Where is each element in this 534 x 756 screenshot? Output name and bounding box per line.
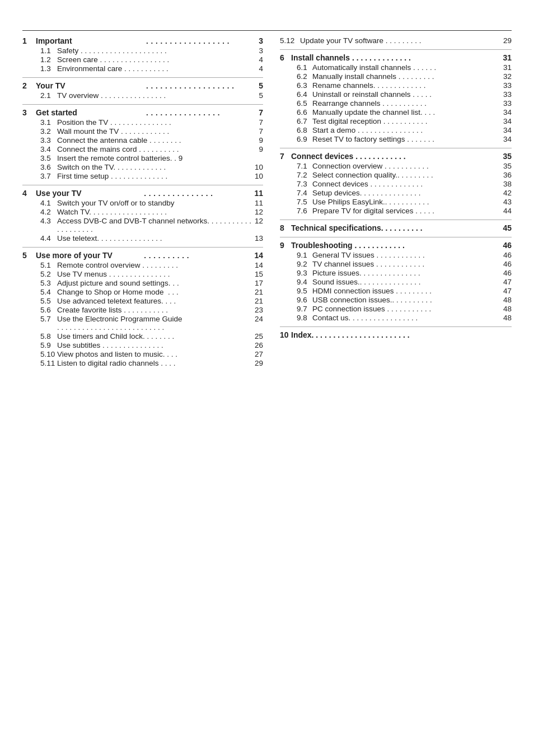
- sub-item-5.9: 5.9Use subtitles . . . . . . . . . . . .…: [22, 341, 263, 349]
- sub-page: 48: [503, 296, 512, 304]
- sub-number: 1.2: [40, 55, 57, 64]
- sub-item-5.4: 5.4Change to Shop or Home mode . . .21: [22, 288, 263, 296]
- sub-item-5.1: 5.1Remote control overview . . . . . . .…: [22, 261, 263, 269]
- sub-title: Listen to digital radio channels . . . .: [57, 359, 252, 367]
- sub-item-2.1: 2.1TV overview . . . . . . . . . . . . .…: [22, 91, 263, 100]
- right-section-header-9: 9Troubleshooting . . . . . . . . . . . .…: [280, 241, 512, 250]
- sub-title: Start a demo . . . . . . . . . . . . . .…: [312, 126, 501, 134]
- sub-number: 3.2: [40, 127, 57, 136]
- sub-number: 9.8: [297, 314, 312, 322]
- sub-title: Automatically install channels . . . . .…: [312, 63, 501, 72]
- sub-item-5.3: 5.3Adjust picture and sound settings. . …: [22, 279, 263, 287]
- sub-title: USB connection issues.. . . . . . . . . …: [312, 296, 501, 304]
- section-dots: . . . . . . . . . . . . . . . . . .: [146, 37, 253, 45]
- sub-item-5.11: 5.11Listen to digital radio channels . .…: [22, 359, 263, 367]
- right-section-6: 6Install channels . . . . . . . . . . . …: [280, 53, 512, 143]
- sub-number: 6.5: [297, 99, 312, 108]
- sub-page: 26: [255, 341, 263, 349]
- section-number: 3: [22, 108, 32, 117]
- sub-title: PC connection issues . . . . . . . . . .…: [312, 305, 501, 313]
- section-divider: [22, 77, 263, 78]
- sub-title: Use subtitles . . . . . . . . . . . . . …: [57, 341, 252, 349]
- section-number: 10: [280, 330, 291, 339]
- sub-number: 6.2: [297, 72, 312, 81]
- sub-number: 6.1: [297, 63, 312, 72]
- sub-title: Manually install channels . . . . . . . …: [312, 72, 501, 81]
- sub-item-5.6: 5.6Create favorite lists . . . . . . . .…: [22, 306, 263, 314]
- sub-title: First time setup . . . . . . . . . . . .…: [57, 172, 252, 180]
- sub-number: 5.1: [40, 261, 57, 269]
- sub-number: 3.3: [40, 136, 57, 144]
- sub-number: 1.3: [40, 64, 57, 73]
- sub-number: 5.9: [40, 341, 57, 349]
- sub-title: Create favorite lists . . . . . . . . . …: [57, 306, 252, 314]
- sub-title: Adjust picture and sound settings. . .: [57, 279, 252, 287]
- section-divider: [22, 185, 263, 185]
- sub-title: Safety . . . . . . . . . . . . . . . . .…: [57, 46, 256, 55]
- section-page: 14: [254, 251, 263, 260]
- sub-item-6.6: 6.6Manually update the channel list. . .…: [280, 108, 512, 116]
- sub-item-5.10: 5.10View photos and listen to music. . .…: [22, 350, 263, 358]
- sub-page: 4: [259, 64, 263, 73]
- sub-page: 46: [503, 269, 512, 277]
- sub-page: 7: [259, 118, 263, 127]
- sub-title: Use the Electronic Programme Guide . . .…: [57, 315, 252, 332]
- sub-title: Rename channels. . . . . . . . . . . . .: [312, 81, 501, 90]
- sub-item-3.6: 3.6Switch on the TV. . . . . . . . . . .…: [22, 163, 263, 171]
- section-page: 3: [259, 36, 263, 45]
- sub-number: 7.5: [297, 198, 312, 206]
- sub-item-6.4: 6.4Uninstall or reinstall channels . . .…: [280, 90, 512, 99]
- sub-item-7.6: 7.6Prepare TV for digital services . . .…: [280, 207, 512, 215]
- sub-item-9.5: 9.5HDMI connection issues . . . . . . . …: [280, 287, 512, 295]
- sub-title: Reset TV to factory settings . . . . . .…: [312, 135, 501, 143]
- sub-title: Select connection quality.. . . . . . . …: [312, 171, 501, 179]
- sub-page: 33: [503, 81, 512, 90]
- section-title: Get started: [36, 108, 143, 117]
- sub-number: 3.4: [40, 145, 57, 153]
- sub-number: 4.1: [40, 199, 57, 207]
- sub-page: 25: [255, 332, 263, 340]
- sub-page: 34: [503, 117, 512, 125]
- sub-page: 23: [255, 306, 263, 314]
- sub-number: 5.11: [40, 359, 57, 367]
- sub-title: Setup devices. . . . . . . . . . . . . .…: [312, 189, 501, 197]
- sub-item-9.7: 9.7PC connection issues . . . . . . . . …: [280, 305, 512, 313]
- sub-title: Screen care . . . . . . . . . . . . . . …: [57, 55, 256, 64]
- sub-item-9.6: 9.6USB connection issues.. . . . . . . .…: [280, 296, 512, 304]
- sub-title: Access DVB-C and DVB-T channel networks.…: [57, 217, 252, 234]
- section-page: 5: [259, 81, 263, 90]
- sub-number: 9.6: [297, 296, 312, 304]
- sub-page: 36: [503, 171, 512, 179]
- sub-item-7.2: 7.2Select connection quality.. . . . . .…: [280, 171, 512, 179]
- sub-page: 4: [259, 55, 263, 64]
- section-page: 46: [503, 241, 512, 250]
- sub-page: 9: [259, 136, 263, 144]
- sub-number: 5.5: [40, 297, 57, 305]
- sub-item-6.5: 6.5Rearrange channels . . . . . . . . . …: [280, 99, 512, 108]
- section-dots: . . . . . . . . . . . . . . .: [144, 189, 249, 198]
- sub-title: TV overview . . . . . . . . . . . . . . …: [57, 91, 256, 100]
- sub-number: 5.8: [40, 332, 57, 340]
- section-title: Index. . . . . . . . . . . . . . . . . .…: [291, 330, 512, 339]
- section-dots: . . . . . . . . . . . . . . . .: [146, 109, 253, 117]
- sub-item-7.1: 7.1Connection overview . . . . . . . . .…: [280, 162, 512, 170]
- sub-item-3.4: 3.4Connect the mains cord . . . . . . . …: [22, 145, 263, 153]
- sub-item-6.8: 6.8Start a demo . . . . . . . . . . . . …: [280, 126, 512, 134]
- sub-item-4.4: 4.4Use teletext. . . . . . . . . . . . .…: [22, 234, 263, 242]
- sub-number: 9.5: [297, 287, 312, 295]
- right-section-header-6: 6Install channels . . . . . . . . . . . …: [280, 53, 512, 62]
- sub-item-3.2: 3.2Wall mount the TV . . . . . . . . . .…: [22, 127, 263, 136]
- sub-item-9.3: 9.3Picture issues. . . . . . . . . . . .…: [280, 269, 512, 277]
- sub-number: 5.3: [40, 279, 57, 287]
- sub-title: HDMI connection issues . . . . . . . . .: [312, 287, 501, 295]
- sub-page: 27: [255, 350, 263, 358]
- section-divider: [22, 104, 263, 105]
- sub-item-5.7: 5.7Use the Electronic Programme Guide . …: [22, 315, 263, 332]
- section-number: 2: [22, 81, 32, 90]
- sub-page: 9: [259, 145, 263, 153]
- right-section-header-10: 10Index. . . . . . . . . . . . . . . . .…: [280, 330, 512, 339]
- sub-title: Change to Shop or Home mode . . .: [57, 288, 252, 296]
- sub-number: 6.8: [297, 126, 312, 134]
- sub-item-7.5: 7.5Use Philips EasyLink.. . . . . . . . …: [280, 198, 512, 206]
- sub-page: 34: [503, 126, 512, 134]
